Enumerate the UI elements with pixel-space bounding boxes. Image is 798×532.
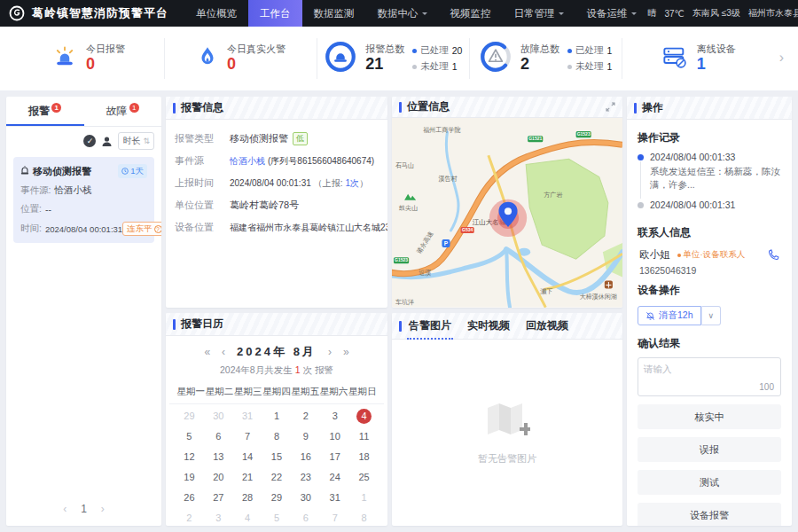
calendar-day[interactable]: 24 [320,467,349,488]
road-badge-g1523-west: G1523 [394,258,409,264]
calendar-day[interactable]: 11 [349,426,379,447]
weather-wind: 东南风 ≤3级 [692,7,740,20]
tab-alarm[interactable]: 报警1 [6,97,84,126]
calendar-day[interactable]: 21 [233,467,262,488]
tab-live-video[interactable]: 实时视频 [467,318,510,333]
false-alarm-button[interactable]: 误报 [638,437,781,462]
duration-sort-select[interactable]: 时长⇅ [118,132,154,150]
mute-button[interactable]: 消音12h [638,306,701,325]
calendar-day[interactable]: 23 [291,467,320,488]
menu-item-unit-overview[interactable]: 单位概览 [184,0,248,27]
menu-item-data-monitor[interactable]: 数据监测 [302,0,366,27]
calendar-day[interactable]: 30 [291,488,320,508]
mute-dropdown-button[interactable]: ∨ [701,306,722,325]
calendar-day[interactable]: 31 [320,488,349,508]
next-page-arrow[interactable]: › [101,503,105,515]
menu-item-workbench[interactable]: 工作台 [248,0,302,27]
calendar-day[interactable]: 27 [204,488,233,508]
prev-month-arrow[interactable]: ‹ [222,346,225,358]
map-label-college: 福州工商学院 [423,126,460,134]
menu-item-data-center[interactable]: 数据中心 [366,0,439,27]
verifying-button[interactable]: 核实中 [638,404,781,429]
calendar-day[interactable]: 3 [320,406,349,426]
alarm-item-title: 移动侦测报警 [33,165,91,178]
prev-page-arrow[interactable]: ‹ [63,503,66,515]
stat-label: 今日真实火警 [227,43,286,55]
next-year-arrow[interactable]: » [343,346,349,358]
calendar-day[interactable]: 29 [175,406,204,426]
calendar-day[interactable]: 4 [233,508,262,526]
map-canvas[interactable]: G1521 G1523 G534 G1523 P 福州工商学院 石马山 溪告村 … [392,118,622,308]
menu-item-video-monitor[interactable]: 视频监控 [439,0,503,27]
alarm-list-item[interactable]: 移动侦测报警 1天 事件源:恰酒小栈 位置:-- 时间: 2024/08/04 … [13,157,154,243]
calendar-day[interactable]: 2 [175,508,204,526]
calendar-day[interactable]: 9 [291,426,320,447]
calendar-day[interactable]: 28 [233,488,262,508]
processed-row: 已处理20 [412,44,462,57]
calendar-day[interactable]: 22 [262,467,292,488]
stats-more-chevron[interactable]: › [774,50,786,67]
menu-item-device-ops[interactable]: 设备运维 [575,0,648,27]
svg-text:G1523: G1523 [395,258,408,263]
device-alarm-button[interactable]: 设备报警 [638,503,781,526]
calendar-weekday: 星期三 [234,386,262,398]
siren-icon [51,44,78,73]
calendar-day[interactable]: 7 [320,508,349,526]
empty-text: 暂无告警图片 [478,452,536,466]
calendar-day[interactable]: 19 [175,467,204,488]
calendar-day[interactable]: 2 [291,406,320,426]
assignee-badge[interactable]: 连东平? [122,222,161,236]
calendar-day[interactable]: 7 [233,426,262,447]
test-button[interactable]: 测试 [638,470,781,495]
calendar-day[interactable]: 8 [349,508,379,526]
calendar-day[interactable]: 14 [233,447,262,467]
source-link[interactable]: 恰酒小栈 [230,155,265,168]
calendar-day[interactable]: 1 [349,488,379,508]
calendar-day[interactable]: 15 [262,447,292,467]
alarm-ring-icon [324,40,357,77]
calendar-day[interactable]: 31 [233,406,262,426]
chevron-down-icon [631,12,637,18]
calendar-day[interactable]: 12 [175,447,204,467]
calendar-day[interactable]: 4 [349,406,379,426]
stat-today-alarms: 今日报警 0 [12,38,165,79]
calendar-day[interactable]: 6 [291,508,320,526]
calendar-day[interactable]: 26 [175,488,204,508]
location-panel: 位置信息 [392,97,622,308]
prev-year-arrow[interactable]: « [204,346,210,358]
calendar-day[interactable]: 3 [204,508,233,526]
main-content: 报警1 故障1 ✓ 时长⇅ 移动侦测报警 [0,90,798,532]
calendar-day[interactable]: 13 [204,447,233,467]
calendar-day[interactable]: 29 [262,488,292,508]
calendar-day[interactable]: 5 [175,426,204,447]
calendar-day[interactable]: 1 [262,406,292,426]
fullscreen-expand-icon[interactable] [606,102,615,112]
calendar-weekday: 星期一 [176,386,205,398]
current-page[interactable]: 1 [81,503,87,515]
menu-item-daily-mgmt[interactable]: 日常管理 [503,0,575,27]
check-filter-icon[interactable]: ✓ [83,135,96,147]
alarm-bell-icon [20,166,29,176]
calendar-day[interactable]: 6 [204,426,233,447]
report-count-link[interactable]: 1次 [346,177,360,190]
next-month-arrow[interactable]: › [328,346,332,358]
tab-alarm-images[interactable]: 告警图片 [409,318,451,333]
calendar-day[interactable]: 20 [204,467,233,488]
phone-call-icon[interactable] [768,249,779,261]
tab-fault[interactable]: 故障1 [84,97,162,126]
calendar-day[interactable]: 30 [204,406,233,426]
calendar-day[interactable]: 17 [320,447,349,467]
map-label-xigao: 溪告村 [438,175,457,183]
processed-row: 已处理1 [567,44,612,57]
calendar-day[interactable]: 5 [262,508,292,526]
calendar-day[interactable]: 18 [349,447,379,467]
calendar-nav: « ‹ 2024年 8月 › » [166,336,387,362]
stat-value: 0 [86,55,125,74]
calendar-day[interactable]: 25 [349,467,379,488]
calendar-day[interactable]: 16 [291,447,320,467]
person-filter-icon[interactable] [101,136,113,147]
calendar-day[interactable]: 10 [320,426,349,447]
chevron-down-icon [559,12,564,18]
calendar-day[interactable]: 8 [262,426,292,447]
tab-playback-video[interactable]: 回放视频 [526,318,568,333]
